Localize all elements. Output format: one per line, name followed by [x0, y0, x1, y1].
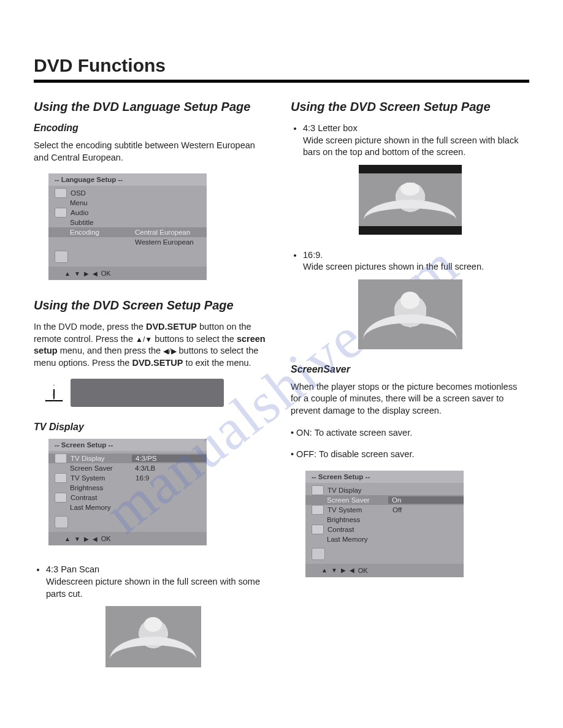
osd-option: Off — [389, 506, 464, 514]
tools-icon — [55, 251, 68, 263]
photo-panscan — [105, 606, 201, 667]
osd-row-subtitle: Subtitle — [48, 218, 207, 227]
globe-icon — [55, 473, 67, 483]
osd-label: Audio — [71, 209, 132, 216]
left-icon: ◀ — [93, 536, 98, 542]
osd-footer: ▲ ▼ ▶ ◀ OK — [305, 564, 464, 577]
osd-row-tvdisplay: TV Display 4:3/PS — [48, 453, 207, 463]
title-rule — [34, 80, 529, 83]
left-column: Using the DVD Language Setup Page Encodi… — [34, 100, 272, 682]
left-icon: ◀ — [350, 567, 354, 574]
osd-screen-setup-2: -- Screen Setup -- TV Display Screen Sav… — [305, 471, 464, 577]
ok-label: OK — [358, 567, 368, 574]
osd-label: TV System — [71, 474, 132, 482]
encoding-heading: Encoding — [34, 123, 272, 134]
ok-label: OK — [101, 270, 111, 277]
osd-row-contrast: Contrast — [305, 525, 464, 534]
osd-label: Brightness — [70, 484, 131, 491]
right-column: Using the DVD Screen Setup Page 4:3 Lett… — [291, 100, 529, 682]
osd-option: 4:3/PS — [132, 455, 207, 462]
osd-row-lastmemory: Last Memory — [48, 502, 207, 512]
osd-row-brightness: Brightness — [48, 483, 207, 493]
osd-language-setup: -- Language Setup -- OSD Menu Audio — [48, 173, 207, 280]
osd-label: TV System — [327, 506, 389, 514]
up-icon: ▲ — [321, 567, 327, 574]
osd-row-osd: OSD — [48, 188, 207, 198]
osd-label: Contrast — [71, 494, 132, 501]
photo-169 — [358, 279, 462, 349]
down-icon: ▼ — [74, 270, 80, 277]
osd-label: TV Display — [71, 455, 132, 462]
osd-label: Screen Saver — [70, 464, 131, 472]
section-screen-title-left: Using the DVD Screen Setup Page — [34, 298, 272, 313]
tools-icon — [55, 516, 68, 528]
warning-block: ! — [45, 379, 272, 407]
down-icon: ▼ — [331, 567, 337, 574]
contrast-icon — [55, 493, 67, 502]
osd-bottom-icon-row — [48, 247, 207, 267]
photo-letterbox — [359, 165, 462, 235]
osd-label: Subtitle — [70, 219, 131, 226]
osd-option: 16:9 — [132, 474, 207, 482]
osd-label: Last Memory — [70, 504, 131, 511]
updown-icon: ▲/▼ — [136, 335, 152, 344]
osd-label: OSD — [71, 189, 132, 197]
osd-title: -- Screen Setup -- — [48, 439, 207, 451]
up-icon: ▲ — [64, 270, 71, 277]
display-icon — [55, 188, 67, 198]
right-icon: ▶ — [341, 567, 346, 574]
osd-screen-setup-1: -- Screen Setup -- TV Display 4:3/PS Scr… — [48, 439, 207, 545]
osd-row-tvsystem: TV System 16:9 — [48, 473, 207, 483]
osd-option: Western European — [131, 238, 207, 246]
osd-option: On — [388, 496, 464, 504]
osd-row-brightness: Brightness — [305, 515, 464, 525]
osd-row-tvsystem: TV System Off — [305, 505, 464, 515]
osd-row-contrast: Contrast — [48, 493, 207, 502]
leftright-icon: ◀/▶ — [163, 347, 176, 355]
bullet-panscan: 4:3 Pan Scan Widescreen picture shown in… — [46, 564, 272, 600]
display-icon — [55, 453, 67, 463]
screen-intro: In the DVD mode, press the DVD.SETUP but… — [34, 321, 272, 369]
display-icon — [312, 485, 324, 495]
page-title: DVD Functions — [34, 55, 529, 76]
right-icon: ▶ — [84, 270, 89, 277]
osd-label: Contrast — [327, 526, 389, 533]
osd-footer: ▲ ▼ ▶ ◀ OK — [48, 267, 207, 280]
right-icon: ▶ — [84, 536, 89, 542]
tools-icon — [312, 548, 325, 560]
audio-icon — [55, 208, 67, 218]
osd-row-screensaver: Screen Saver 4:3/LB — [48, 463, 207, 473]
osd-row-lastmemory: Last Memory — [305, 534, 464, 544]
bullet-169: 16:9. Wide screen pictures shown in the … — [303, 249, 529, 273]
osd-title: -- Language Setup -- — [48, 173, 207, 186]
osd-label: Brightness — [327, 516, 388, 523]
osd-label: Last Memory — [327, 536, 388, 543]
osd-title: -- Screen Setup -- — [305, 471, 464, 483]
osd-row-audio: Audio — [48, 208, 207, 218]
down-icon: ▼ — [74, 536, 80, 542]
osd-row-encoding-opt2: Western European — [48, 237, 207, 247]
osd-option: Central European — [131, 229, 207, 236]
contrast-icon — [312, 525, 324, 534]
section-screen-title-right: Using the DVD Screen Setup Page — [291, 100, 529, 114]
osd-label: Menu — [70, 199, 131, 207]
tv-display-heading: TV Display — [34, 422, 272, 433]
warning-icon: ! — [45, 384, 63, 401]
osd-option: 4:3/LB — [131, 464, 207, 472]
osd-row-screensaver: Screen Saver On — [305, 495, 464, 505]
osd-row-tvdisplay: TV Display — [305, 485, 464, 495]
warning-bar — [71, 379, 224, 407]
globe-icon — [312, 505, 324, 515]
encoding-text: Select the encoding subtitle between Wes… — [34, 140, 272, 164]
bullet-letterbox: 4:3 Letter box Wide screen picture shown… — [303, 123, 529, 159]
ok-label: OK — [101, 535, 111, 542]
osd-footer: ▲ ▼ ▶ ◀ OK — [48, 532, 207, 545]
osd-label: TV Display — [327, 487, 389, 494]
screensaver-heading: ScreenSaver — [291, 364, 529, 375]
left-icon: ◀ — [93, 270, 98, 277]
up-icon: ▲ — [64, 536, 71, 542]
osd-row-menu: Menu — [48, 198, 207, 208]
screensaver-off: • OFF: To disable screen saver. — [291, 449, 529, 461]
screensaver-text: When the player stops or the picture bec… — [291, 381, 529, 417]
section-language-title: Using the DVD Language Setup Page — [34, 100, 272, 114]
